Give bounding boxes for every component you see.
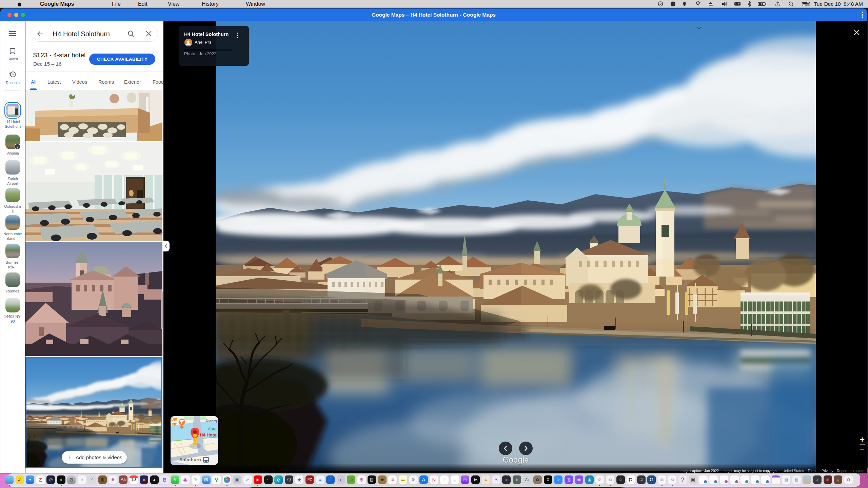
svg-text:nge: nge (171, 422, 177, 426)
svg-text:Aare: Aare (208, 427, 217, 431)
svg-text:Bar: Bar (171, 417, 178, 422)
svg-text:Ritterq: Ritterq (206, 419, 217, 423)
svg-text:H4 Hotel: H4 Hotel (200, 432, 218, 438)
svg-text:Solothurn: Solothurn (179, 457, 201, 462)
